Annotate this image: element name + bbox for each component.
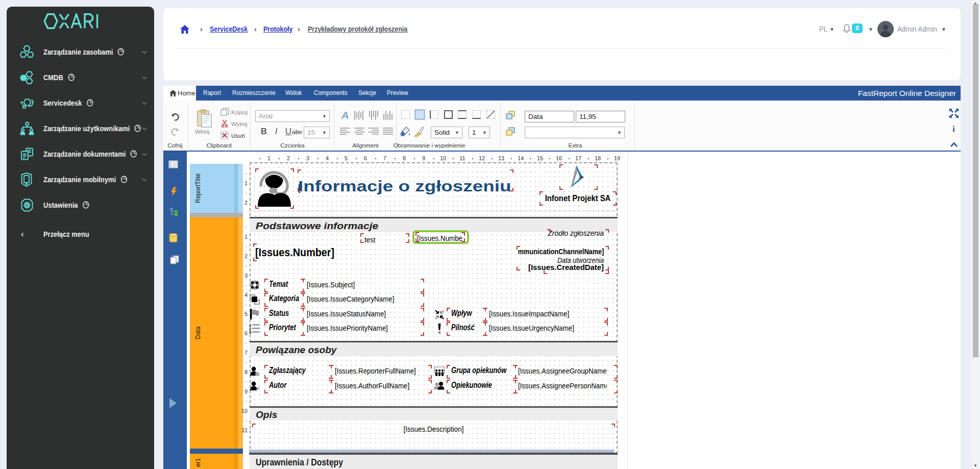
- svg-text:3: 3: [249, 330, 252, 334]
